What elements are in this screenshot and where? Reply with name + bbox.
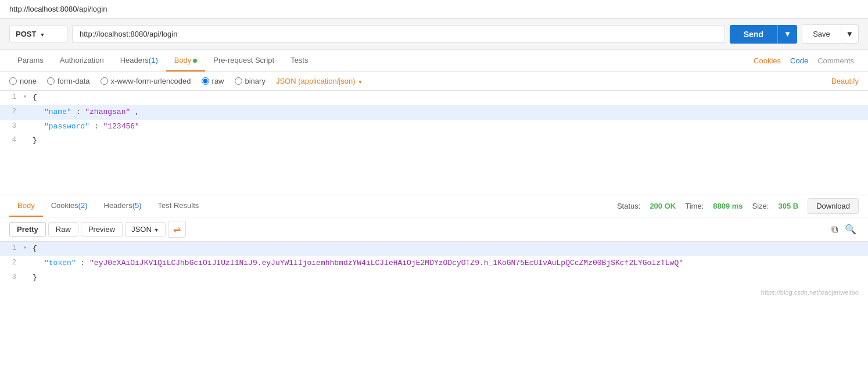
line-num-4: 4 xyxy=(0,134,23,146)
comments-link[interactable]: Comments xyxy=(813,51,859,71)
key-name: "name" xyxy=(44,108,71,116)
tab-body[interactable]: Body xyxy=(166,50,206,71)
watermark: https://blog.csdn.net/xiaojenweitoo xyxy=(0,285,868,299)
raw-radio[interactable] xyxy=(202,77,209,85)
line-arrow-2 xyxy=(23,105,33,107)
response-section: Body Cookies(2) Headers(5) Test Results … xyxy=(0,195,868,299)
tab-authorization[interactable]: Authorization xyxy=(52,50,112,71)
time-label: Time: xyxy=(685,202,704,210)
status-info: Status: 200 OK Time: 8809 ms Size: 305 B… xyxy=(617,198,859,214)
val-name: "zhangsan" xyxy=(85,108,130,116)
title-bar: http://localhost:8080/api/login xyxy=(0,0,868,19)
binary-option[interactable]: binary xyxy=(235,77,266,85)
status-value: 200 OK xyxy=(650,202,676,210)
resp-key-token: "token" xyxy=(44,259,76,267)
form-data-radio[interactable] xyxy=(47,77,55,85)
request-code-editor[interactable]: 1 ▾ { 2 "name" : "zhangsan" , 3 "passwor… xyxy=(0,91,868,195)
body-dot xyxy=(193,59,197,63)
cookies-link[interactable]: Cookies xyxy=(749,51,785,71)
search-icon-button[interactable]: 🔍 xyxy=(842,221,859,237)
json-format-label: JSON (application/json) xyxy=(276,77,356,85)
resp-tab-body[interactable]: Body xyxy=(9,195,43,217)
none-radio[interactable] xyxy=(9,77,17,85)
url-bar: POST Send ▼ Save ▼ xyxy=(0,19,868,50)
method-dropdown-icon xyxy=(40,30,45,38)
resp-line-arrow-1: ▾ xyxy=(23,242,33,253)
line-num-3: 3 xyxy=(0,120,23,132)
send-btn-group: Send ▼ xyxy=(730,25,797,44)
code-line-4: 4 } xyxy=(0,134,868,148)
line-content-4: } xyxy=(33,134,868,148)
download-button[interactable]: Download xyxy=(808,198,859,214)
urlencoded-option[interactable]: x-www-form-urlencoded xyxy=(101,77,191,85)
resp-raw-button[interactable]: Raw xyxy=(48,222,78,237)
resp-json-dropdown[interactable]: JSON xyxy=(125,222,166,237)
line-arrow-3 xyxy=(23,120,33,121)
method-value: POST xyxy=(16,30,36,38)
save-button[interactable]: Save xyxy=(802,24,841,44)
tab-params[interactable]: Params xyxy=(9,50,52,71)
tab-pre-request-script[interactable]: Pre-request Script xyxy=(205,50,282,71)
line-content-2: "name" : "zhangsan" , xyxy=(33,105,868,120)
line-arrow-1: ▾ xyxy=(23,91,33,102)
method-selector[interactable]: POST xyxy=(9,26,67,42)
resp-tab-cookies[interactable]: Cookies(2) xyxy=(43,195,96,217)
wrap-button[interactable]: ⇌ xyxy=(168,221,186,238)
resp-tab-headers[interactable]: Headers(5) xyxy=(96,195,150,217)
save-dropdown-button[interactable]: ▼ xyxy=(841,24,859,44)
resp-preview-button[interactable]: Preview xyxy=(81,222,123,237)
key-password: "password" xyxy=(44,122,89,131)
resp-cookies-badge: (2) xyxy=(78,201,88,210)
json-resp-dropdown-icon xyxy=(154,225,159,234)
size-label: Size: xyxy=(752,202,769,210)
code-line-1: 1 ▾ { xyxy=(0,91,868,105)
response-tabs: Body Cookies(2) Headers(5) Test Results … xyxy=(0,195,868,217)
raw-option[interactable]: raw xyxy=(202,77,224,85)
copy-icon-button[interactable]: ⧉ xyxy=(829,222,840,237)
tab-headers[interactable]: Headers(1) xyxy=(112,50,166,71)
status-label: Status: xyxy=(617,202,640,210)
resp-line-content-1: { xyxy=(33,242,868,256)
line-content-1: { xyxy=(33,91,868,105)
send-button[interactable]: Send xyxy=(730,25,777,44)
code-line-3: 3 "password" : "123456" xyxy=(0,120,868,134)
resp-code-line-2: 2 "token" : "eyJ0eXAiOiJKV1QiLCJhbGciOiJ… xyxy=(0,256,868,271)
resp-line-arrow-3 xyxy=(23,271,33,273)
resp-line-num-1: 1 xyxy=(0,242,23,254)
none-option[interactable]: none xyxy=(9,77,37,85)
resp-code-line-3: 3 } xyxy=(0,271,868,285)
resp-tab-test-results[interactable]: Test Results xyxy=(150,195,207,217)
line-num-1: 1 xyxy=(0,91,23,103)
resp-pretty-button[interactable]: Pretty xyxy=(9,222,46,237)
resp-line-num-3: 3 xyxy=(0,271,23,283)
form-data-option[interactable]: form-data xyxy=(47,77,90,85)
editor-empty-space xyxy=(0,148,868,195)
raw-label: raw xyxy=(212,77,224,85)
binary-radio[interactable] xyxy=(235,77,242,85)
resp-line-content-3: } xyxy=(33,271,868,285)
page-title: http://localhost:8080/api/login xyxy=(9,5,107,13)
code-line-2: 2 "name" : "zhangsan" , xyxy=(0,105,868,120)
tab-tests[interactable]: Tests xyxy=(282,50,316,71)
json-format-dropdown-icon xyxy=(357,77,363,85)
resp-line-arrow-2 xyxy=(23,256,33,258)
urlencoded-radio[interactable] xyxy=(101,77,108,85)
send-dropdown-button[interactable]: ▼ xyxy=(777,25,797,44)
response-format-bar: Pretty Raw Preview JSON ⇌ ⧉ 🔍 xyxy=(0,217,868,242)
size-value: 305 B xyxy=(778,202,798,210)
resp-headers-badge: (5) xyxy=(132,201,142,210)
json-format-selector[interactable]: JSON (application/json) xyxy=(276,77,363,85)
headers-badge: (1) xyxy=(149,56,158,65)
binary-label: binary xyxy=(245,77,266,85)
resp-line-num-2: 2 xyxy=(0,256,23,268)
form-data-label: form-data xyxy=(58,77,90,85)
url-input[interactable] xyxy=(72,25,725,43)
val-password: "123456" xyxy=(103,122,139,131)
response-code-area: 1 ▾ { 2 "token" : "eyJ0eXAiOiJKV1QiLCJhb… xyxy=(0,242,868,285)
line-content-3: "password" : "123456" xyxy=(33,120,868,134)
body-options: none form-data x-www-form-urlencoded raw… xyxy=(0,72,868,91)
resp-val-token: "eyJ0eXAiOiJKV1QiLCJhbGciOiJIUzI1NiJ9.ey… xyxy=(89,259,683,267)
beautify-link[interactable]: Beautify xyxy=(831,77,859,85)
code-link[interactable]: Code xyxy=(785,51,813,71)
save-btn-group: Save ▼ xyxy=(802,24,859,44)
